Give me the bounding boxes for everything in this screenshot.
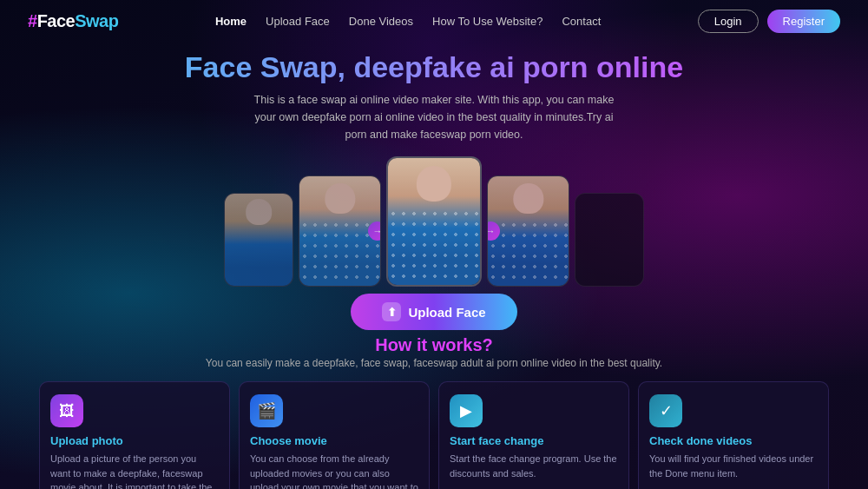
step-title-3: Start face change <box>450 434 618 447</box>
card-2: → <box>299 175 381 287</box>
card-center <box>386 156 482 287</box>
step-desc-2: You can choose from the already uploaded… <box>250 452 418 489</box>
logo[interactable]: #FaceSwap <box>28 11 118 31</box>
step-title-2: Choose movie <box>250 434 418 447</box>
how-title: How it works? <box>0 335 868 355</box>
steps-grid: 🖼 Upload photo Upload a picture of the p… <box>0 373 868 489</box>
image-cards-strip: → → <box>0 152 868 287</box>
step-title-1: Upload photo <box>50 434 219 447</box>
step-desc-3: Start the face change program. Use the d… <box>450 452 618 480</box>
how-section: How it works? You can easily make a deep… <box>0 335 868 369</box>
card-4: → <box>487 175 569 287</box>
step-card-2: 🎬 Choose movie You can choose from the a… <box>239 381 430 489</box>
how-subtitle: You can easily make a deepfake, face swa… <box>0 357 868 369</box>
register-button[interactable]: Register <box>767 10 840 33</box>
nav-done-videos[interactable]: Done Videos <box>349 15 413 28</box>
nav-links: Home Upload Face Done Videos How To Use … <box>215 15 601 28</box>
nav-how-to[interactable]: How To Use Website? <box>432 15 542 28</box>
card-dark <box>575 193 644 287</box>
person-img-center <box>388 158 480 285</box>
login-button[interactable]: Login <box>698 10 759 33</box>
logo-hash: # <box>28 11 37 30</box>
hero-section: Face Swap, deepfake ai porn online This … <box>0 42 868 143</box>
step-desc-4: You will find your finished videos under… <box>649 452 818 480</box>
upload-icon: ⬆ <box>382 302 401 321</box>
hero-subtitle: This is a face swap ai online video make… <box>252 91 616 143</box>
logo-swap: Swap <box>75 11 118 30</box>
step-card-1: 🖼 Upload photo Upload a picture of the p… <box>39 381 230 489</box>
upload-btn-label: Upload Face <box>408 305 485 320</box>
step-icon-3: ▶ <box>450 394 483 427</box>
step-icon-4: ✓ <box>649 394 682 427</box>
step-icon-1: 🖼 <box>50 394 83 427</box>
nav-contact[interactable]: Contact <box>562 15 601 28</box>
hero-title: Face Swap, deepfake ai porn online <box>17 50 851 84</box>
step-title-4: Check done videos <box>649 434 818 447</box>
nav-actions: Login Register <box>698 10 840 33</box>
nav-home[interactable]: Home <box>215 15 247 28</box>
arrow-badge-1: → <box>368 221 381 241</box>
logo-face: Face <box>37 11 76 30</box>
step-desc-1: Upload a picture of the person you want … <box>50 452 219 489</box>
upload-face-button[interactable]: ⬆ Upload Face <box>351 294 516 330</box>
step-icon-2: 🎬 <box>250 394 283 427</box>
navbar: #FaceSwap Home Upload Face Done Videos H… <box>0 0 868 42</box>
step-card-3: ▶ Start face change Start the face chang… <box>438 381 629 489</box>
card-1 <box>224 193 293 287</box>
person-img-1 <box>225 194 293 286</box>
nav-upload-face[interactable]: Upload Face <box>266 15 330 28</box>
step-card-4: ✓ Check done videos You will find your f… <box>638 381 829 489</box>
upload-btn-wrap: ⬆ Upload Face <box>0 294 868 330</box>
